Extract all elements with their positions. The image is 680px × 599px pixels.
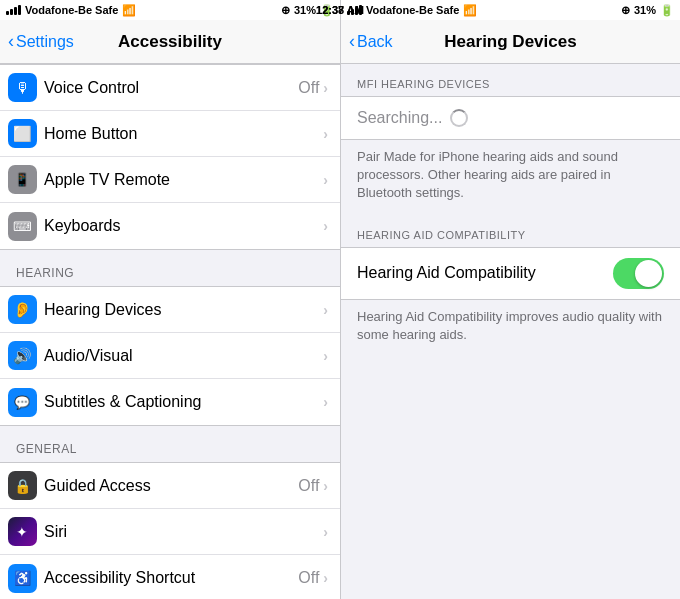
hearing-aid-compat-row[interactable]: Hearing Aid Compatibility: [341, 248, 680, 299]
accessibility-shortcut-chevron: ›: [323, 570, 328, 586]
searching-row: Searching...: [341, 97, 680, 139]
home-button-icon-wrap: ⬜: [0, 119, 44, 148]
battery-icon-right: 🔋: [660, 4, 674, 17]
list-item-apple-tv-remote[interactable]: 📱 Apple TV Remote ›: [0, 157, 340, 203]
subtitles-chevron: ›: [323, 394, 328, 410]
settings-list: 🎙 Voice Control Off › ⬜ Home Button ›: [0, 64, 340, 599]
page-title-right: Hearing Devices: [444, 32, 576, 52]
keyboards-icon-wrap: ⌨: [0, 212, 44, 241]
subtitles-icon: 💬: [8, 388, 37, 417]
list-item-guided-access[interactable]: 🔒 Guided Access Off ›: [0, 463, 340, 509]
compat-note: Hearing Aid Compatibility improves audio…: [341, 300, 680, 356]
hearing-list-group: 👂 Hearing Devices › 🔊 Audio/Visual ›: [0, 286, 340, 426]
voice-control-value: Off: [298, 79, 319, 97]
home-button-icon: ⬜: [8, 119, 37, 148]
list-item-siri[interactable]: ✦ Siri ›: [0, 509, 340, 555]
hearing-aid-compat-toggle[interactable]: [613, 258, 664, 289]
voice-control-icon: 🎙: [8, 73, 37, 102]
accessibility-shortcut-value: Off: [298, 569, 319, 587]
accessibility-shortcut-label: Accessibility Shortcut: [44, 569, 298, 587]
wifi-icon: 📶: [122, 4, 136, 17]
top-list-group: 🎙 Voice Control Off › ⬜ Home Button ›: [0, 64, 340, 250]
subtitles-icon-wrap: 💬: [0, 388, 44, 417]
siri-chevron: ›: [323, 524, 328, 540]
section-header-compat: Hearing Aid Compatibility: [341, 215, 680, 247]
hearing-devices-icon: 👂: [8, 295, 37, 324]
time-right: 12:38 AM: [316, 4, 364, 16]
audio-visual-icon-wrap: 🔊: [0, 341, 44, 370]
right-panel: Vodafone-Be Safe 📶 12:38 AM ⊕ 31% 🔋 ‹ Ba…: [340, 0, 680, 599]
battery-percent: 31%: [294, 4, 316, 16]
voice-control-label: Voice Control: [44, 79, 298, 97]
toggle-knob: [635, 260, 662, 287]
mfi-group: Searching...: [341, 96, 680, 140]
status-right-right: ⊕ 31% 🔋: [621, 4, 674, 17]
general-list-group: 🔒 Guided Access Off › ✦ Siri ›: [0, 462, 340, 599]
left-panel: Vodafone-Be Safe 📶 12:37 AM ⊕ 31% 🔋 ‹ Se…: [0, 0, 340, 599]
back-label-left: Settings: [16, 33, 74, 51]
section-header-mfi: MFI Hearing Devices: [341, 64, 680, 96]
wifi-icon-right: 📶: [463, 4, 477, 17]
apple-tv-remote-chevron: ›: [323, 172, 328, 188]
chevron-left-icon-right: ‹: [349, 31, 355, 52]
status-left-right: Vodafone-Be Safe 📶: [347, 4, 477, 17]
siri-label: Siri: [44, 523, 323, 541]
status-bar-left: Vodafone-Be Safe 📶 12:37 AM ⊕ 31% 🔋: [0, 0, 340, 20]
back-button-right[interactable]: ‹ Back: [349, 31, 393, 52]
apple-tv-remote-icon-wrap: 📱: [0, 165, 44, 194]
apple-tv-remote-label: Apple TV Remote: [44, 171, 323, 189]
compat-group: Hearing Aid Compatibility: [341, 247, 680, 300]
hearing-devices-chevron: ›: [323, 302, 328, 318]
back-button-left[interactable]: ‹ Settings: [8, 31, 74, 52]
list-item-hearing-devices[interactable]: 👂 Hearing Devices ›: [0, 287, 340, 333]
location-icon: ⊕: [281, 4, 290, 17]
guided-access-label: Guided Access: [44, 477, 298, 495]
status-bar-right: Vodafone-Be Safe 📶 12:38 AM ⊕ 31% 🔋: [341, 0, 680, 20]
spinner-icon: [450, 109, 468, 127]
back-label-right: Back: [357, 33, 393, 51]
audio-visual-chevron: ›: [323, 348, 328, 364]
carrier-name: Vodafone-Be Safe: [25, 4, 118, 16]
page-title-left: Accessibility: [118, 32, 222, 52]
battery-percent-right: 31%: [634, 4, 656, 16]
pair-note: Pair Made for iPhone hearing aids and so…: [341, 140, 680, 215]
keyboards-icon: ⌨: [8, 212, 37, 241]
nav-bar-left: ‹ Settings Accessibility: [0, 20, 340, 64]
section-header-hearing: Hearing: [0, 250, 340, 286]
voice-control-chevron: ›: [323, 80, 328, 96]
list-item-keyboards[interactable]: ⌨ Keyboards ›: [0, 203, 340, 249]
nav-bar-right: ‹ Back Hearing Devices: [341, 20, 680, 64]
apple-tv-remote-icon: 📱: [8, 165, 37, 194]
guided-access-icon-wrap: 🔒: [0, 471, 44, 500]
audio-visual-label: Audio/Visual: [44, 347, 323, 365]
siri-icon: ✦: [8, 517, 37, 546]
home-button-chevron: ›: [323, 126, 328, 142]
section-header-general: General: [0, 426, 340, 462]
guided-access-chevron: ›: [323, 478, 328, 494]
keyboards-chevron: ›: [323, 218, 328, 234]
carrier-name-right: Vodafone-Be Safe: [366, 4, 459, 16]
keyboards-label: Keyboards: [44, 217, 323, 235]
hearing-devices-label: Hearing Devices: [44, 301, 323, 319]
home-button-label: Home Button: [44, 125, 323, 143]
guided-access-icon: 🔒: [8, 471, 37, 500]
location-icon-right: ⊕: [621, 4, 630, 17]
list-item-accessibility-shortcut[interactable]: ♿ Accessibility Shortcut Off ›: [0, 555, 340, 599]
list-item-audio-visual[interactable]: 🔊 Audio/Visual ›: [0, 333, 340, 379]
detail-content: MFI Hearing Devices Searching... Pair Ma…: [341, 64, 680, 599]
accessibility-shortcut-icon-wrap: ♿: [0, 564, 44, 593]
list-item-subtitles[interactable]: 💬 Subtitles & Captioning ›: [0, 379, 340, 425]
status-left: Vodafone-Be Safe 📶: [6, 4, 136, 17]
hearing-devices-icon-wrap: 👂: [0, 295, 44, 324]
guided-access-value: Off: [298, 477, 319, 495]
list-item-home-button[interactable]: ⬜ Home Button ›: [0, 111, 340, 157]
hearing-aid-compat-label: Hearing Aid Compatibility: [357, 264, 613, 282]
list-item-voice-control[interactable]: 🎙 Voice Control Off ›: [0, 65, 340, 111]
accessibility-shortcut-icon: ♿: [8, 564, 37, 593]
subtitles-label: Subtitles & Captioning: [44, 393, 323, 411]
chevron-left-icon: ‹: [8, 31, 14, 52]
audio-visual-icon: 🔊: [8, 341, 37, 370]
searching-text: Searching...: [357, 109, 442, 127]
siri-icon-wrap: ✦: [0, 517, 44, 546]
voice-control-icon-wrap: 🎙: [0, 73, 44, 102]
